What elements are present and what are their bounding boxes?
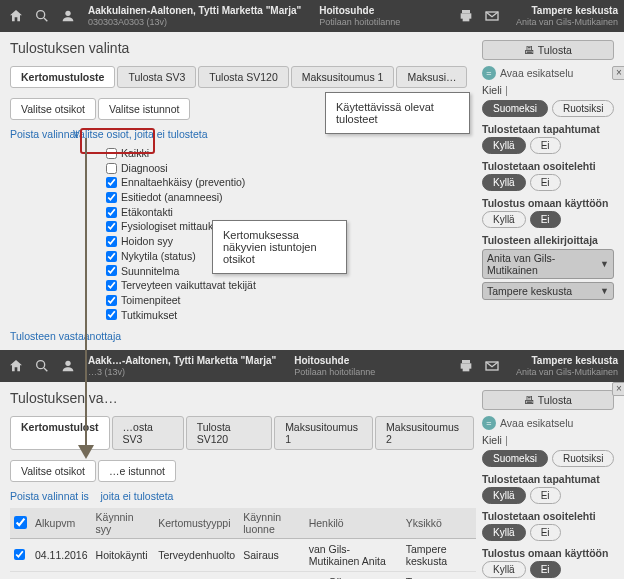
chk-label: Suunnitelma [121,264,179,279]
user-sub: 030303A0303 (13v) [88,17,301,27]
chk-etakontakti[interactable] [106,207,117,218]
sessions-table: Alkupvm Käynnin syy Kertomustyyppi Käynn… [10,508,476,579]
tab-sv120-2[interactable]: Tulosta SV120 [186,416,273,450]
link-poista-2[interactable]: Poista valinnat is [10,490,89,502]
link-osiot-2[interactable]: joita ei tulosteta [100,490,173,502]
print-button-2[interactable]: 🖶 Tulosta [482,390,614,410]
osoite-no-2[interactable]: Ei [530,524,561,541]
tapahtumat-yes-2[interactable]: Kyllä [482,487,526,504]
omaan-yes[interactable]: Kyllä [482,211,526,228]
chk-hoidon[interactable] [106,236,117,247]
home-icon[interactable] [6,6,26,26]
page-upper: × Tulostuksen valinta Kertomustuloste Tu… [0,32,624,350]
sec-omaan: Tulostus omaan käyttöön [482,197,614,209]
th-yksikko[interactable]: Yksikkö [402,508,476,539]
user-icon[interactable] [58,6,78,26]
sub-tab-otsikot-2[interactable]: Valitse otsikot [10,460,96,482]
chk-label: Hoidon syy [121,234,173,249]
bottom-link: Tulosteen vastaanottaja [10,330,476,342]
chk-tutkimukset[interactable] [106,309,117,320]
tab-kertomustuloste[interactable]: Kertomustuloste [10,66,115,88]
svg-rect-5 [463,17,470,21]
lang-fi-2[interactable]: Suomeksi [482,450,548,467]
sec-osoitelehti-2: Tulostetaan osoitelehti [482,510,614,522]
omaan-no-2[interactable]: Ei [530,561,561,578]
table-cell: 04.11.2016 [31,539,92,572]
svg-line-8 [44,368,47,371]
chk-toimenpiteet[interactable] [106,295,117,306]
tapahtumat-no-2[interactable]: Ei [530,487,561,504]
chk-label: Kaikki [121,146,149,161]
chk-esitiedot[interactable] [106,192,117,203]
chk-label: Terveyteen vaikuttavat tekijät [121,278,256,293]
print-button[interactable]: 🖶 Tulosta [482,40,614,60]
sub-tab-istunnot[interactable]: Valitse istunnot [98,98,190,120]
th-henkilo[interactable]: Henkilö [305,508,402,539]
svg-rect-10 [462,360,470,363]
osoite-no[interactable]: Ei [530,174,561,191]
osoite-yes[interactable]: Kyllä [482,174,526,191]
table-row[interactable]: 20.07.2016–TerveydenhuoltoSairausvan Gil… [10,572,476,579]
svg-line-1 [44,18,47,21]
lang-fi[interactable]: Suomeksi [482,100,548,117]
signer-select-2[interactable]: Tampere keskusta▼ [482,282,614,300]
home-icon[interactable] [6,356,26,376]
page-lower: × Tulostuksen va… Kertomustulost …osta S… [0,382,624,579]
svg-rect-12 [463,368,470,372]
chk-suunnitelma[interactable] [106,265,117,276]
sub-tab-istunnot-2[interactable]: …e istunnot [98,460,176,482]
chk-label: Tutkimukset [121,308,177,323]
tab-maksu1-2[interactable]: Maksusitoumus 1 [274,416,373,450]
select-all-checkbox[interactable] [14,516,27,529]
table-cell: Terveydenhuolto [154,572,239,579]
tab-sv3-2[interactable]: …osta SV3 [112,416,184,450]
link-valitse-osiot[interactable]: Valitse osiot, joita ei tulosteta [73,128,208,140]
tab-sv120[interactable]: Tulosta SV120 [198,66,289,88]
mail-icon[interactable] [482,356,502,376]
relation-sub-2: Potilaan hoitotilanne [294,367,375,377]
osoite-yes-2[interactable]: Kyllä [482,524,526,541]
chk-diagnoosi[interactable] [106,163,117,174]
chevron-down-icon: ▼ [600,286,609,296]
signer-select-1[interactable]: Anita van Gils-Mutikainen▼ [482,249,614,279]
search-icon[interactable] [32,6,52,26]
preview-row-2[interactable]: =Avaa esikatselu [482,416,614,430]
chk-ennalta[interactable] [106,177,117,188]
chk-tekijat[interactable] [106,280,117,291]
sub-tabs-2: Valitse otsikot …e istunnot [10,460,476,482]
tab-sv3[interactable]: Tulosta SV3 [117,66,196,88]
topbar-2: Aakk…-Aaltonen, Tytti Marketta "Marja" …… [0,350,624,382]
row-checkbox[interactable] [14,549,25,560]
close-icon-2[interactable]: × [612,382,624,396]
th-luonne[interactable]: Käynnin luonne [239,508,304,539]
tapahtumat-no[interactable]: Ei [530,137,561,154]
print-button-label-2: Tulosta [538,394,572,406]
omaan-yes-2[interactable]: Kyllä [482,561,526,578]
tab-kertomustuloste-2[interactable]: Kertomustulost [10,416,110,450]
th-tyyppi[interactable]: Kertomustyyppi [154,508,239,539]
table-row[interactable]: 04.11.2016HoitokäyntiTerveydenhuoltoSair… [10,539,476,572]
printer-icon[interactable] [456,6,476,26]
chk-fysio[interactable] [106,221,117,232]
tab-maksu2[interactable]: Maksusi… [396,66,467,88]
tab-maksu2-2[interactable]: Maksusitoumus 2 [375,416,474,450]
th-alkupvm[interactable]: Alkupvm [31,508,92,539]
tapahtumat-yes[interactable]: Kyllä [482,137,526,154]
link-poista[interactable]: Poista valinnat [10,128,78,140]
close-icon[interactable]: × [612,66,624,80]
table-cell: van Gils-Mutikainen Anita [305,572,402,579]
chk-nykytila[interactable] [106,251,117,262]
lang-sv[interactable]: Ruotsiksi [552,100,615,117]
lang-sv-2[interactable]: Ruotsiksi [552,450,615,467]
th-syy[interactable]: Käynnin syy [92,508,155,539]
sub-tab-otsikot[interactable]: Valitse otsikot [10,98,96,120]
search-icon[interactable] [32,356,52,376]
chk-kaikki[interactable] [106,148,117,159]
tab-maksu1[interactable]: Maksusitoumus 1 [291,66,395,88]
printer-icon[interactable] [456,356,476,376]
omaan-no[interactable]: Ei [530,211,561,228]
user-icon[interactable] [58,356,78,376]
top-tabs-2: Kertomustulost …osta SV3 Tulosta SV120 M… [10,416,476,450]
preview-row[interactable]: =Avaa esikatselu [482,66,614,80]
mail-icon[interactable] [482,6,502,26]
